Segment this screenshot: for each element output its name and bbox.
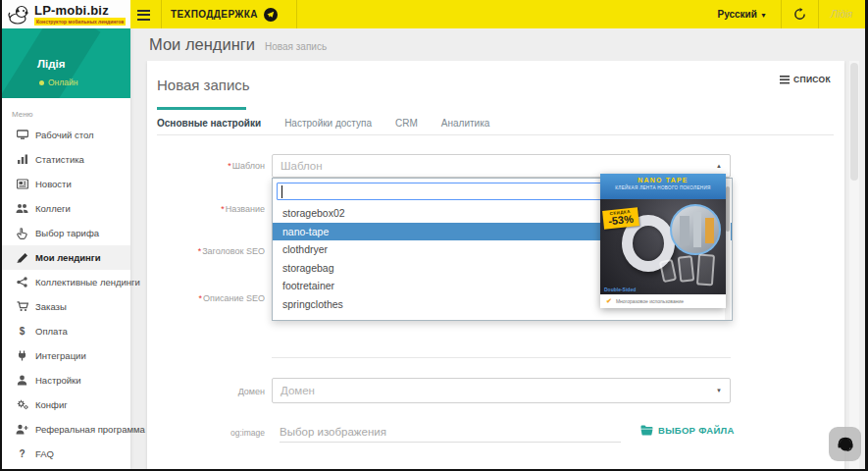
- preview-header: NANO TAPE КЛЕЙКАЯ ЛЕНТА НОВОГО ПОКОЛЕНИЯ: [600, 174, 726, 199]
- dollar-icon: $: [16, 326, 28, 338]
- tape-strip-graphic: [659, 259, 677, 283]
- user-profile-link[interactable]: Лідія: [819, 9, 862, 20]
- topbar-divider: [818, 0, 819, 28]
- user-status: Онлайн: [39, 78, 77, 87]
- inset-photo-circle: [670, 204, 721, 255]
- tabs-bar: Основные настройки Настройки доступа CRM…: [157, 112, 834, 135]
- check-icon: ✔: [606, 297, 612, 305]
- sidebar-item-config[interactable]: Конфиг: [2, 392, 130, 417]
- hand-pointer-icon: [16, 228, 28, 239]
- sidebar-item-settings[interactable]: Настройки: [2, 368, 130, 392]
- sidebar-item-colleagues[interactable]: Коллеги: [2, 196, 130, 221]
- folder-icon: [640, 425, 653, 436]
- sidebar-item-payment[interactable]: $ Оплата: [2, 319, 130, 343]
- sidebar-item-label: Реферальная программа: [35, 424, 145, 435]
- sidebar-item-label: Интеграции: [35, 350, 86, 361]
- support-chat-widget[interactable]: [829, 427, 861, 461]
- sidebar-item-label: Коллективные лендинги: [35, 277, 140, 288]
- preview-product-image: СКИДКА -53% Double-Sided: [600, 199, 726, 294]
- sidebar-item-label: Новости: [35, 179, 72, 189]
- discount-badge: СКИДКА -53%: [602, 207, 638, 230]
- user-plus-icon: [16, 424, 28, 436]
- dog-logo-icon: [7, 4, 30, 26]
- domain-select-placeholder: Домен: [281, 385, 716, 396]
- menu-section-label: Меню: [12, 110, 130, 119]
- sidebar-item-referral[interactable]: Реферальная программа: [2, 417, 130, 442]
- page-scrollbar[interactable]: [849, 61, 859, 471]
- domain-label: Домен: [147, 387, 265, 396]
- language-label: Русский: [717, 9, 756, 20]
- logo[interactable]: LP-mobi.biz Конструктор мобильных лендин…: [2, 0, 130, 28]
- cart-icon: [16, 301, 28, 313]
- sidebar-item-my-landings[interactable]: Мои лендинги: [2, 245, 130, 270]
- chevron-down-icon: ▼: [760, 12, 767, 19]
- sidebar-item-tariff[interactable]: Выбор тарифа: [2, 221, 130, 245]
- desktop-icon: [16, 130, 28, 141]
- preview-feature-text: Многоразовое использование: [616, 298, 684, 304]
- pencil-icon: [16, 252, 28, 264]
- sidebar-item-statistics[interactable]: Статистика: [2, 147, 130, 172]
- active-tab-indicator: [157, 107, 246, 110]
- og-image-label: og:image: [147, 428, 265, 438]
- refresh-icon: [793, 8, 806, 21]
- chart-icon: [16, 154, 28, 166]
- template-preview-card: NANO TAPE КЛЕЙКАЯ ЛЕНТА НОВОГО ПОКОЛЕНИЯ…: [600, 174, 726, 308]
- domain-select[interactable]: Домен ▼: [272, 378, 731, 403]
- tab-crm[interactable]: CRM: [395, 114, 418, 132]
- chevron-down-icon: ▼: [716, 388, 722, 393]
- news-icon: [16, 179, 28, 190]
- tape-strip-graphic: [696, 253, 715, 286]
- text-caret: [281, 185, 282, 198]
- sidebar-item-label: Выбор тарифа: [35, 228, 99, 238]
- preview-title: NANO TAPE: [600, 177, 726, 183]
- sidebar-item-integrations[interactable]: Интеграции: [2, 343, 130, 368]
- user-panel: Лідія Онлайн: [2, 28, 130, 98]
- sidebar-item-faq[interactable]: ? FAQ: [2, 442, 130, 466]
- sidebar-item-orders[interactable]: Заказы: [2, 294, 130, 319]
- telegram-icon: [264, 8, 278, 22]
- sidebar-item-label: Рабочий стол: [35, 130, 94, 140]
- logo-title: LP-mobi.biz: [34, 4, 126, 17]
- plug-icon: [16, 350, 28, 362]
- topbar-divider: [296, 0, 297, 28]
- template-label: *Шаблон: [147, 161, 265, 171]
- language-dropdown[interactable]: Русский▼: [703, 9, 780, 20]
- sidebar: Лідія Онлайн Меню Рабочий стол Статистик…: [2, 28, 130, 469]
- sidebar-item-dashboard[interactable]: Рабочий стол: [2, 123, 130, 147]
- list-icon: [780, 76, 790, 84]
- sidebar-item-label: FAQ: [35, 448, 54, 459]
- og-image-input[interactable]: [280, 422, 621, 443]
- tab-main-settings[interactable]: Основные настройки: [157, 114, 261, 132]
- frame-edge-left: [0, 0, 2, 471]
- support-button[interactable]: ТЕХПОДДЕРЖКА: [171, 0, 278, 28]
- topbar-divider: [781, 0, 782, 28]
- file-select-button-label: ВЫБОР ФАЙЛА: [658, 425, 735, 436]
- file-select-button[interactable]: ВЫБОР ФАЙЛА: [636, 422, 740, 439]
- page-title: Мои лендинги: [149, 35, 255, 54]
- sidebar-item-news[interactable]: Новости: [2, 172, 130, 196]
- hamburger-menu-icon[interactable]: [137, 7, 153, 22]
- main-content-area: Новая запись СПИСОК Основные настройки Н…: [130, 61, 865, 471]
- sidebar-item-label: Коллеги: [35, 203, 71, 214]
- tab-access-settings[interactable]: Настройки доступа: [284, 114, 372, 132]
- logo-tagline: Конструктор мобильных лендингов: [34, 18, 126, 26]
- list-button[interactable]: СПИСОК: [774, 71, 837, 88]
- card-title: Новая запись: [157, 77, 250, 93]
- sidebar-item-label: Мои лендинги: [35, 252, 101, 263]
- preview-watermark: Double-Sided: [604, 287, 636, 292]
- sidebar-item-collective-landings[interactable]: Коллективные лендинги: [2, 270, 130, 294]
- user-icon: [16, 375, 28, 387]
- gears-icon: [16, 399, 28, 411]
- textarea-bottom-border: [272, 357, 731, 358]
- sidebar-item-label: Конфиг: [35, 399, 68, 410]
- online-status-label: Онлайн: [48, 78, 77, 87]
- topbar-right: Русский▼ Лідія: [703, 0, 862, 28]
- preview-feature-row: ✔ Многоразовое использование: [600, 294, 726, 308]
- online-status-dot: [39, 80, 44, 85]
- tab-analytics[interactable]: Аналитика: [441, 114, 490, 132]
- discount-value: -53%: [608, 214, 635, 228]
- chevron-up-icon: ▲: [716, 163, 722, 169]
- breadcrumb: Мои лендинги Новая запись: [130, 28, 865, 61]
- seo-title-label: *Заголовок SEO: [147, 246, 265, 256]
- refresh-button[interactable]: [782, 8, 818, 21]
